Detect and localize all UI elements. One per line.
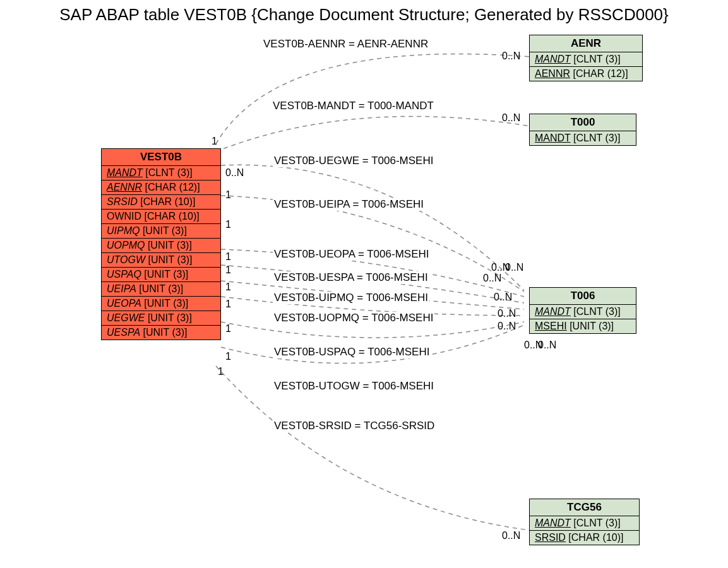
entity-vest0b-header: VEST0B <box>102 149 220 166</box>
relation-label: VEST0B-UIPMQ = T006-MSEHI <box>273 292 429 304</box>
cardinality-many: 0..N <box>225 167 244 179</box>
cardinality-one: 1 <box>225 264 231 276</box>
relation-label: VEST0B-UTOGW = T006-MSEHI <box>273 380 435 393</box>
cardinality-many: 0..N <box>483 273 501 284</box>
table-row: MANDT [CLNT (3)] <box>530 516 639 531</box>
cardinality-one: 1 <box>225 281 231 293</box>
table-row: UEGWE [UNIT (3)] <box>102 311 220 326</box>
table-row: UEOPA [UNIT (3)] <box>102 297 220 311</box>
table-row: UOPMQ [UNIT (3)] <box>102 239 220 253</box>
cardinality-one: 1 <box>225 189 231 201</box>
cardinality-many: 0..N <box>505 262 523 273</box>
entity-vest0b: VEST0B MANDT [CLNT (3)] AENNR [CHAR (12)… <box>101 148 221 340</box>
table-row: MANDT [CLNT (3)] <box>530 305 636 319</box>
relation-label: VEST0B-UESPA = T006-MSEHI <box>273 271 429 284</box>
table-row: OWNID [CHAR (10)] <box>102 210 220 224</box>
relation-label: VEST0B-UEOPA = T006-MSEHI <box>273 248 431 261</box>
cardinality-one: 1 <box>225 351 231 362</box>
entity-t000: T000 MANDT [CLNT (3)] <box>529 114 636 146</box>
cardinality-one: 1 <box>225 323 231 334</box>
relation-label: VEST0B-MANDT = T000-MANDT <box>272 100 435 112</box>
entity-t006-header: T006 <box>530 288 636 305</box>
table-row: MANDT [CLNT (3)] <box>530 131 636 145</box>
cardinality-many: 0..N <box>498 321 516 332</box>
diagram-canvas: SAP ABAP table VEST0B {Change Document S… <box>0 0 728 568</box>
cardinality-many: 0..N <box>502 50 520 62</box>
cardinality-many: 0..N <box>498 308 516 319</box>
entity-aenr: AENR MANDT [CLNT (3)] AENNR [CHAR (12)] <box>529 35 643 81</box>
table-row: UESPA [UNIT (3)] <box>102 326 220 340</box>
cardinality-one: 1 <box>225 251 231 263</box>
cardinality-one: 1 <box>218 366 224 377</box>
relation-label: VEST0B-UEIPA = T006-MSEHI <box>273 198 425 211</box>
cardinality-many: 0..N <box>502 112 520 124</box>
entity-tcg56-header: TCG56 <box>530 499 639 516</box>
relation-label: VEST0B-SRSID = TCG56-SRSID <box>273 420 436 432</box>
entity-aenr-header: AENR <box>530 35 642 52</box>
table-row: USPAQ [UNIT (3)] <box>102 268 220 282</box>
cardinality-one: 1 <box>225 219 231 230</box>
cardinality-many: 0..N <box>494 292 512 303</box>
relation-label: VEST0B-AENNR = AENR-AENNR <box>262 38 429 50</box>
cardinality-many: 0..N <box>502 530 520 541</box>
table-row: SRSID [CHAR (10)] <box>102 195 220 210</box>
cardinality-one: 1 <box>225 299 231 310</box>
relation-label: VEST0B-UEGWE = T006-MSEHI <box>273 155 434 167</box>
relation-label: VEST0B-UOPMQ = T006-MSEHI <box>273 312 434 324</box>
table-row: UEIPA [UNIT (3)] <box>102 282 220 297</box>
cardinality-many: 0..N <box>538 340 556 351</box>
relation-label: VEST0B-USPAQ = T006-MSEHI <box>273 346 431 358</box>
table-row: AENNR [CHAR (12)] <box>530 67 642 81</box>
table-row: UTOGW [UNIT (3)] <box>102 253 220 268</box>
entity-tcg56: TCG56 MANDT [CLNT (3)] SRSID [CHAR (10)] <box>529 499 640 545</box>
table-row: UIPMQ [UNIT (3)] <box>102 224 220 239</box>
table-row: MANDT [CLNT (3)] <box>530 52 642 67</box>
table-row: AENNR [CHAR (12)] <box>102 180 220 195</box>
table-row: MSEHI [UNIT (3)] <box>530 319 636 333</box>
table-row: MANDT [CLNT (3)] <box>102 166 220 180</box>
entity-t006: T006 MANDT [CLNT (3)] MSEHI [UNIT (3)] <box>529 287 636 334</box>
diagram-title: SAP ABAP table VEST0B {Change Document S… <box>0 5 728 25</box>
table-row: SRSID [CHAR (10)] <box>530 531 639 545</box>
entity-t000-header: T000 <box>530 114 636 131</box>
cardinality-one: 1 <box>212 136 217 147</box>
